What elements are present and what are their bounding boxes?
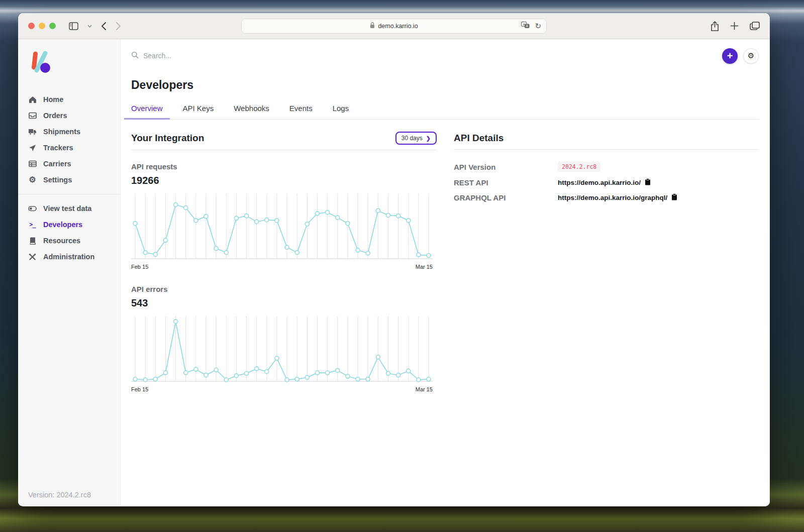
sidebar-item-view-test-data[interactable]: View test data <box>18 200 120 217</box>
rest-api-url: https://demo.api.karrio.io/ <box>558 179 641 186</box>
sidebar-item-settings[interactable]: ⚙ Settings <box>18 172 120 188</box>
sidebar-item-home[interactable]: Home <box>18 91 120 108</box>
tools-icon <box>28 253 37 261</box>
gear-icon: ⚙ <box>28 176 37 184</box>
toggle-icon <box>28 205 37 212</box>
app-version: Version: 2024.2.rc8 <box>28 491 91 499</box>
tab-logs[interactable]: Logs <box>333 104 349 119</box>
period-value: 30 days <box>401 135 423 142</box>
detail-label: GRAPHQL API <box>454 193 558 202</box>
x-axis-end-label: Mar 15 <box>416 386 433 392</box>
detail-label: API Version <box>454 163 558 171</box>
home-icon <box>28 96 37 103</box>
truck-icon <box>28 128 37 135</box>
book-icon <box>28 237 37 245</box>
api-requests-block: API requests 19266 Feb 15 Mar 15 <box>131 162 437 270</box>
sidebar-item-orders[interactable]: Orders <box>18 108 120 124</box>
primary-nav: Home Orders Shipments Trackers Carriers <box>18 91 120 265</box>
api-requests-chart <box>131 191 433 263</box>
browser-toolbar: demo.karrio.io AA ↻ <box>18 13 770 39</box>
close-window-button[interactable] <box>28 23 35 29</box>
new-tab-icon[interactable] <box>730 22 739 30</box>
sidebar-item-shipments[interactable]: Shipments <box>18 124 120 140</box>
copy-rest-api-button[interactable] <box>645 178 651 187</box>
sidebar-item-developers[interactable]: >_ Developers <box>18 217 120 233</box>
sidebar: Home Orders Shipments Trackers Carriers <box>18 39 121 506</box>
navigation-icon <box>28 144 37 152</box>
integration-title: Your Integration <box>131 133 204 144</box>
tab-bar: Overview API Keys Webhooks Events Logs <box>131 104 759 120</box>
minimize-window-button[interactable] <box>39 23 45 29</box>
chevron-down-icon: ❯︎ <box>426 136 431 141</box>
tab-overview-icon[interactable] <box>750 22 760 30</box>
sidebar-item-label: Resources <box>43 237 80 245</box>
inbox-icon <box>28 112 37 119</box>
main-content: + ⚙ Developers Overview API Keys Webhook… <box>121 39 770 506</box>
account-settings-button[interactable]: ⚙ <box>743 48 759 64</box>
sidebar-divider <box>18 194 120 194</box>
sidebar-item-label: Home <box>43 95 63 103</box>
search-bar <box>131 51 722 61</box>
search-icon <box>131 51 139 61</box>
address-bar[interactable]: demo.karrio.io AA ↻ <box>241 19 547 34</box>
sidebar-toggle-icon[interactable] <box>69 22 78 30</box>
tab-webhooks[interactable]: Webhooks <box>234 104 269 119</box>
api-errors-chart <box>131 314 433 385</box>
sidebar-item-trackers[interactable]: Trackers <box>18 140 120 156</box>
graphql-api-row: GRAPHQL API https://demo.api.karrio.io/g… <box>454 193 759 202</box>
svg-text:A: A <box>526 24 529 28</box>
chart-total: 543 <box>131 297 437 309</box>
gear-icon: ⚙ <box>748 51 754 60</box>
reload-icon[interactable]: ↻ <box>535 22 541 31</box>
url-text: demo.karrio.io <box>378 23 418 30</box>
sidebar-item-label: Settings <box>43 176 72 184</box>
api-details-section: API Details API Version 2024.2.rc8 REST … <box>454 132 759 392</box>
tab-events[interactable]: Events <box>289 104 313 119</box>
back-button[interactable] <box>101 22 107 31</box>
clipboard-icon <box>645 178 651 187</box>
terminal-icon: >_ <box>28 221 37 228</box>
lock-icon <box>370 22 375 30</box>
x-axis-start-label: Feb 15 <box>131 264 148 270</box>
traffic-lights <box>28 23 56 29</box>
sidebar-item-label: Carriers <box>43 160 71 168</box>
sidebar-item-label: Orders <box>43 112 67 120</box>
api-version-value: 2024.2.rc8 <box>558 162 600 172</box>
rest-api-row: REST API https://demo.api.karrio.io/ <box>454 178 759 187</box>
sidebar-item-resources[interactable]: Resources <box>18 233 120 249</box>
sidebar-item-label: Administration <box>43 253 94 261</box>
tab-api-keys[interactable]: API Keys <box>183 104 214 119</box>
period-select[interactable]: 30 days ❯︎ <box>395 132 437 145</box>
sidebar-item-carriers[interactable]: Carriers <box>18 156 120 172</box>
sidebar-item-administration[interactable]: Administration <box>18 249 120 265</box>
chart-label: API requests <box>131 162 437 171</box>
search-input[interactable] <box>143 52 354 60</box>
clipboard-icon <box>671 193 677 202</box>
table-icon <box>28 160 37 167</box>
graphql-api-url: https://demo.api.karrio.io/graphql/ <box>558 194 667 201</box>
detail-label: REST API <box>454 178 558 187</box>
chart-label: API errors <box>131 285 437 293</box>
toolbar-chevron-down-icon[interactable] <box>87 25 92 28</box>
chart-total: 19266 <box>131 175 437 186</box>
page-title: Developers <box>131 78 759 92</box>
create-button[interactable]: + <box>722 48 738 64</box>
share-icon[interactable] <box>711 21 719 31</box>
api-version-row: API Version 2024.2.rc8 <box>454 162 759 172</box>
api-errors-block: API errors 543 Feb 15 Mar 15 <box>131 285 437 392</box>
integration-section: Your Integration 30 days ❯︎ API requests… <box>131 132 437 392</box>
forward-button[interactable] <box>116 22 121 31</box>
x-axis-end-label: Mar 15 <box>416 264 433 270</box>
sidebar-item-label: Developers <box>43 221 82 229</box>
browser-window: demo.karrio.io AA ↻ <box>18 13 770 506</box>
zoom-window-button[interactable] <box>49 23 56 29</box>
karrio-logo <box>28 49 120 76</box>
sidebar-item-label: Shipments <box>43 128 80 136</box>
tab-overview[interactable]: Overview <box>131 104 163 119</box>
copy-graphql-api-button[interactable] <box>671 193 677 202</box>
translate-icon[interactable]: AA <box>521 22 530 30</box>
sidebar-item-label: View test data <box>43 204 91 212</box>
x-axis-start-label: Feb 15 <box>131 386 148 392</box>
api-details-title: API Details <box>454 133 504 144</box>
sidebar-item-label: Trackers <box>43 144 73 152</box>
